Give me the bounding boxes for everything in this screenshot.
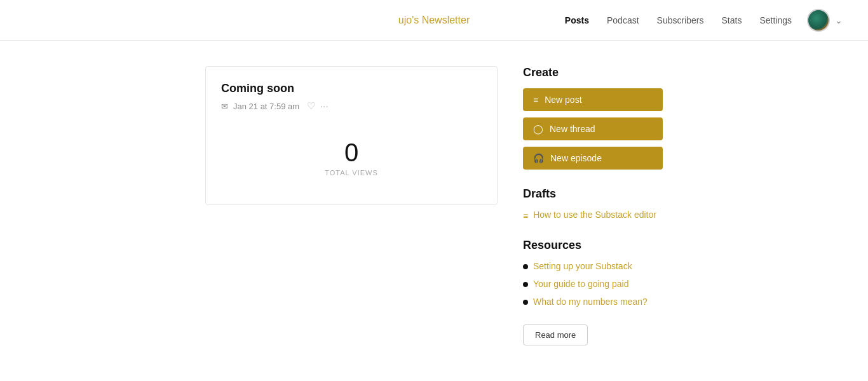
new-thread-button[interactable]: ◯ New thread — [523, 117, 663, 140]
new-thread-label: New thread — [550, 124, 595, 134]
resource-item-3: What do my numbers mean? — [523, 297, 663, 307]
create-section-title: Create — [523, 66, 663, 79]
total-views-label: TOTAL VIEWS — [221, 169, 482, 177]
bullet-icon-2 — [523, 282, 528, 287]
new-post-button[interactable]: ≡ New post — [523, 88, 663, 111]
resource-list: Setting up your Substack Your guide to g… — [523, 261, 663, 307]
nav-settings[interactable]: Settings — [759, 15, 792, 25]
nav-posts[interactable]: Posts — [565, 15, 589, 25]
post-stats: 0 TOTAL VIEWS — [221, 127, 482, 189]
post-meta-actions: ♡ ··· — [307, 100, 329, 112]
resource-link-2[interactable]: Your guide to going paid — [533, 279, 629, 289]
total-views-number: 0 — [221, 140, 482, 165]
draft-item[interactable]: ≡ How to use the Substack editor — [523, 210, 663, 221]
resources-section: Resources Setting up your Substack Your … — [523, 239, 663, 345]
nav-brand[interactable]: ujo's Newsletter — [398, 15, 470, 26]
bullet-icon-3 — [523, 300, 528, 305]
nav-right: ⌄ — [807, 9, 843, 32]
navbar: ujo's Newsletter Posts Podcast Subscribe… — [0, 0, 868, 41]
nav-subscribers[interactable]: Subscribers — [657, 15, 704, 25]
resource-link-3[interactable]: What do my numbers mean? — [533, 297, 648, 307]
resource-item-1: Setting up your Substack — [523, 261, 663, 271]
nav-links: Posts Podcast Subscribers Stats Settings — [565, 15, 792, 25]
email-icon: ✉ — [221, 102, 228, 111]
bullet-icon-1 — [523, 264, 528, 269]
chevron-down-icon[interactable]: ⌄ — [835, 15, 843, 25]
new-episode-label: New episode — [550, 153, 602, 163]
resources-section-title: Resources — [523, 239, 663, 252]
drafts-section-title: Drafts — [523, 187, 663, 201]
heart-icon[interactable]: ♡ — [307, 100, 315, 112]
thread-icon: ◯ — [533, 124, 543, 134]
resource-item-2: Your guide to going paid — [523, 279, 663, 289]
more-icon[interactable]: ··· — [320, 100, 329, 112]
new-post-label: New post — [545, 95, 581, 105]
resource-link-1[interactable]: Setting up your Substack — [533, 261, 632, 271]
post-meta: ✉ Jan 21 at 7:59 am ♡ ··· — [221, 100, 482, 112]
nav-stats[interactable]: Stats — [722, 15, 742, 25]
post-card: Coming soon ✉ Jan 21 at 7:59 am ♡ ··· 0 … — [205, 66, 498, 205]
post-title: Coming soon — [221, 82, 482, 95]
new-episode-button[interactable]: 🎧 New episode — [523, 147, 663, 170]
right-column: Create ≡ New post ◯ New thread 🎧 New epi… — [523, 66, 663, 345]
left-column: Coming soon ✉ Jan 21 at 7:59 am ♡ ··· 0 … — [205, 66, 498, 345]
draft-label: How to use the Substack editor — [533, 210, 656, 220]
main-content: Coming soon ✉ Jan 21 at 7:59 am ♡ ··· 0 … — [116, 41, 752, 371]
draft-lines-icon: ≡ — [523, 211, 528, 221]
lines-icon: ≡ — [533, 95, 538, 105]
read-more-button[interactable]: Read more — [523, 324, 588, 345]
drafts-section: Drafts ≡ How to use the Substack editor — [523, 187, 663, 221]
headphones-icon: 🎧 — [533, 153, 544, 163]
nav-podcast[interactable]: Podcast — [607, 15, 639, 25]
brand-text: ujo's Newsletter — [398, 15, 470, 25]
avatar[interactable] — [807, 9, 830, 32]
post-date: Jan 21 at 7:59 am — [233, 102, 299, 111]
